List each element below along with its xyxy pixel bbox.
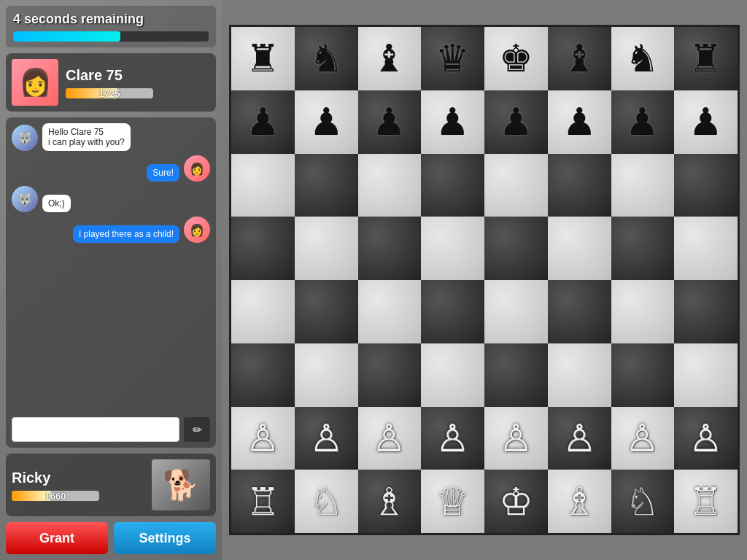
chess-cell-r3c6[interactable]: [611, 217, 675, 280]
chat-avatar-female-2: 👩: [184, 155, 210, 182]
chess-cell-r4c2[interactable]: [358, 280, 422, 343]
chess-cell-r5c6[interactable]: [611, 343, 675, 407]
chess-piece: ♗: [562, 483, 597, 521]
chess-cell-r4c3[interactable]: [421, 280, 484, 343]
player1-card: 👩 Clare 75 1725: [6, 53, 216, 112]
settings-button[interactable]: Settings: [114, 522, 216, 554]
chess-cell-r7c0[interactable]: ♖: [231, 470, 295, 533]
chess-cell-r1c0[interactable]: ♟: [231, 90, 295, 154]
chess-cell-r7c5[interactable]: ♗: [548, 470, 611, 533]
chess-cell-r2c3[interactable]: [421, 154, 484, 217]
chess-cell-r2c1[interactable]: [295, 154, 358, 217]
chat-bubble-1: Hello Clare 75i can play with you?: [42, 123, 131, 151]
chess-cell-r4c1[interactable]: [295, 280, 358, 343]
chess-cell-r1c2[interactable]: ♟: [358, 90, 422, 154]
chess-cell-r6c7[interactable]: ♙: [674, 407, 738, 470]
chess-cell-r5c5[interactable]: [548, 343, 611, 407]
chess-cell-r7c4[interactable]: ♔: [484, 470, 548, 533]
chess-piece: ♘: [625, 483, 659, 521]
chat-send-button[interactable]: ✏: [184, 417, 210, 442]
chess-cell-r6c6[interactable]: ♙: [611, 407, 675, 470]
chess-cell-r2c5[interactable]: [548, 154, 611, 217]
chess-cell-r5c7[interactable]: [674, 343, 738, 407]
chess-cell-r3c0[interactable]: [231, 217, 295, 280]
chess-piece: ♙: [689, 419, 723, 457]
chess-cell-r0c1[interactable]: ♞: [295, 27, 358, 90]
chess-piece: ♞: [309, 39, 344, 77]
chat-bubble-2: Sure!: [147, 164, 179, 182]
chess-cell-r0c4[interactable]: ♚: [484, 27, 548, 90]
chess-cell-r2c6[interactable]: [611, 154, 675, 217]
chess-cell-r4c0[interactable]: [231, 280, 295, 343]
chess-piece: ♙: [562, 419, 597, 457]
chess-piece: ♟: [246, 103, 280, 141]
chess-cell-r3c5[interactable]: [548, 217, 611, 280]
timer-label: 4 seconds remaining: [13, 12, 209, 27]
player1-avatar: 👩: [12, 59, 58, 106]
chess-cell-r7c6[interactable]: ♘: [611, 470, 675, 533]
chess-cell-r3c1[interactable]: [295, 217, 358, 280]
chess-cell-r5c1[interactable]: [295, 343, 358, 407]
chess-cell-r6c3[interactable]: ♙: [421, 407, 484, 470]
chess-cell-r7c2[interactable]: ♗: [358, 470, 422, 533]
chess-cell-r2c4[interactable]: [484, 154, 548, 217]
chess-cell-r6c0[interactable]: ♙: [231, 407, 295, 470]
chess-cell-r2c2[interactable]: [358, 154, 422, 217]
chess-piece: ♟: [689, 103, 723, 141]
chess-piece: ♔: [499, 483, 533, 521]
chess-cell-r6c2[interactable]: ♙: [358, 407, 422, 470]
chess-piece: ♛: [436, 39, 470, 77]
chess-cell-r1c7[interactable]: ♟: [674, 90, 738, 154]
chess-piece: ♙: [246, 419, 280, 457]
chess-cell-r7c7[interactable]: ♖: [674, 470, 738, 533]
chess-piece: ♙: [436, 419, 470, 457]
player2-card: Ricky 1660 🐕: [6, 454, 216, 516]
chess-cell-r5c3[interactable]: [421, 343, 484, 407]
chess-piece: ♟: [309, 103, 344, 141]
chess-cell-r0c6[interactable]: ♞: [611, 27, 675, 90]
chess-cell-r1c6[interactable]: ♟: [611, 90, 675, 154]
chess-cell-r3c2[interactable]: [358, 217, 422, 280]
chat-avatar-female-4: 👩: [184, 217, 210, 243]
chess-piece: ♝: [562, 39, 597, 77]
chat-messages: 🐺 Hello Clare 75i can play with you? 👩 S…: [12, 123, 210, 410]
chess-cell-r4c7[interactable]: [674, 280, 738, 343]
chess-piece: ♜: [246, 39, 280, 77]
chat-row-3: 🐺 Ok;): [12, 186, 210, 212]
chess-cell-r0c0[interactable]: ♜: [231, 27, 295, 90]
player2-rating-bar: 1660: [12, 491, 99, 501]
chess-cell-r0c5[interactable]: ♝: [548, 27, 611, 90]
chess-cell-r1c1[interactable]: ♟: [295, 90, 358, 154]
chess-piece: ♟: [372, 103, 406, 141]
chess-cell-r2c7[interactable]: [674, 154, 738, 217]
chess-piece: ♖: [246, 483, 280, 521]
chess-cell-r5c0[interactable]: [231, 343, 295, 407]
chess-board[interactable]: ♜♞♝♛♚♝♞♜♟♟♟♟♟♟♟♟♙♙♙♙♙♙♙♙♖♘♗♕♔♗♘♖: [229, 25, 740, 535]
chess-cell-r6c5[interactable]: ♙: [548, 407, 611, 470]
chess-cell-r0c7[interactable]: ♜: [674, 27, 738, 90]
chess-cell-r7c1[interactable]: ♘: [295, 470, 358, 533]
chess-cell-r1c4[interactable]: ♟: [484, 90, 548, 154]
chess-cell-r1c3[interactable]: ♟: [421, 90, 484, 154]
chess-cell-r3c4[interactable]: [484, 217, 548, 280]
grant-button[interactable]: Grant: [6, 522, 108, 554]
chess-cell-r0c2[interactable]: ♝: [358, 27, 422, 90]
chess-cell-r5c4[interactable]: [484, 343, 548, 407]
chat-input[interactable]: [12, 417, 179, 442]
chess-cell-r4c4[interactable]: [484, 280, 548, 343]
chess-piece: ♜: [689, 39, 723, 77]
chess-piece: ♚: [499, 39, 533, 77]
chess-cell-r3c7[interactable]: [674, 217, 738, 280]
chess-cell-r6c1[interactable]: ♙: [295, 407, 358, 470]
chess-cell-r2c0[interactable]: [231, 154, 295, 217]
chess-cell-r0c3[interactable]: ♛: [421, 27, 484, 90]
chess-cell-r6c4[interactable]: ♙: [484, 407, 548, 470]
timer-bar-fill: [13, 31, 120, 42]
chat-input-row[interactable]: ✏: [12, 417, 210, 442]
chess-cell-r5c2[interactable]: [358, 343, 422, 407]
chess-cell-r4c5[interactable]: [548, 280, 611, 343]
chess-cell-r1c5[interactable]: ♟: [548, 90, 611, 154]
chess-cell-r4c6[interactable]: [611, 280, 675, 343]
chess-cell-r7c3[interactable]: ♕: [421, 470, 484, 533]
chess-cell-r3c3[interactable]: [421, 217, 484, 280]
